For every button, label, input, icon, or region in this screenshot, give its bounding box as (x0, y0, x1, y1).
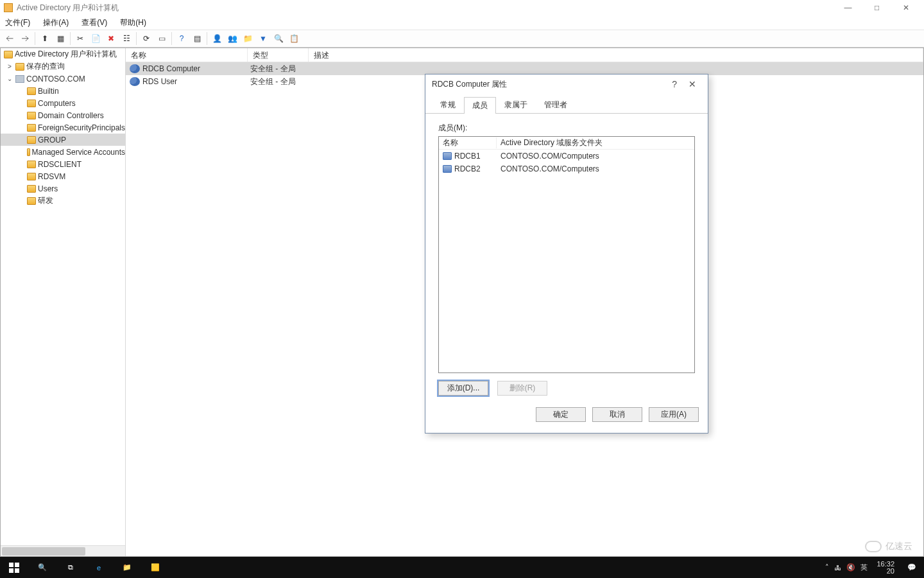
dialog-titlebar[interactable]: RDCB Computer 属性 ? ✕ (425, 74, 708, 94)
tree-item-computers[interactable]: Computers (1, 97, 125, 109)
folder-icon (27, 185, 36, 193)
copy-button[interactable]: 📄 (89, 31, 103, 46)
tree-label: 保存的查询 (26, 61, 65, 72)
menu-action[interactable]: 操作(A) (40, 16, 71, 30)
forward-button[interactable]: 🡢 (18, 31, 32, 46)
task-view-button[interactable]: ⧉ (56, 557, 85, 578)
tree-item-label: 研发 (38, 195, 53, 206)
show-hide-tree-button[interactable]: ▦ (53, 31, 67, 46)
new-ou-icon[interactable]: 📁 (241, 31, 255, 46)
minimize-button[interactable]: — (834, 0, 862, 15)
toolbar-icon[interactable]: ▤ (190, 31, 204, 46)
separator (207, 32, 207, 45)
menu-help[interactable]: 帮助(H) (117, 16, 149, 30)
tab-members[interactable]: 成员 (464, 97, 496, 114)
app-icon (4, 3, 13, 12)
refresh-button[interactable]: ⟳ (139, 31, 153, 46)
ime-indicator[interactable]: 英 (860, 563, 868, 572)
result-list: 名称 类型 描述 RDCB Computer安全组 - 全局RDS User安全… (126, 48, 923, 556)
window-title: Active Directory 用户和计算机 (17, 3, 119, 13)
start-button[interactable] (0, 557, 28, 578)
members-col-folder[interactable]: Active Directory 域服务文件夹 (497, 137, 694, 148)
members-button-row: 添加(D)... 删除(R) (438, 381, 695, 396)
row-name: RDCB Computer (142, 64, 200, 73)
tree-root-label: Active Directory 用户和计算机 (15, 49, 117, 60)
tab-managedby[interactable]: 管理者 (536, 96, 576, 113)
tree-saved-queries[interactable]: > 保存的查询 (1, 60, 125, 73)
delete-button[interactable]: ✖ (104, 31, 118, 46)
tray-volume-icon[interactable]: 🔇 (846, 563, 855, 572)
tree-item-foreignsecurityprincipals[interactable]: ForeignSecurityPrincipals (1, 121, 125, 134)
clock-year: 20 (887, 568, 894, 575)
tree-root[interactable]: Active Directory 用户和计算机 (1, 48, 125, 60)
taskbar-ie-icon[interactable]: e (85, 557, 113, 578)
properties-button[interactable]: ☷ (119, 31, 133, 46)
cut-button[interactable]: ✂ (73, 31, 87, 46)
notifications-button[interactable]: 💬 (903, 563, 920, 572)
tab-general[interactable]: 常规 (432, 96, 464, 113)
tab-memberof[interactable]: 隶属于 (496, 96, 536, 113)
tree-item-users[interactable]: Users (1, 182, 125, 195)
member-row[interactable]: RDCB2CONTOSO.COM/Computers (439, 162, 694, 175)
members-list[interactable]: 名称 Active Directory 域服务文件夹 RDCB1CONTOSO.… (438, 136, 695, 373)
close-button[interactable]: ✕ (891, 0, 920, 15)
expand-icon[interactable]: > (6, 63, 13, 70)
add-criteria-icon[interactable]: 📋 (287, 31, 301, 46)
folder-icon (27, 136, 36, 144)
separator (136, 32, 137, 45)
scope-tree[interactable]: Active Directory 用户和计算机 > 保存的查询 ⌄ CONTOS… (1, 48, 126, 556)
members-col-name[interactable]: 名称 (439, 137, 497, 148)
scrollbar-thumb[interactable] (2, 547, 85, 556)
list-row[interactable]: RDCB Computer安全组 - 全局 (126, 62, 923, 75)
collapse-icon[interactable]: ⌄ (6, 75, 13, 82)
remove-button: 删除(R) (497, 381, 547, 396)
tray-chevron-icon[interactable]: ˄ (825, 563, 829, 572)
col-desc[interactable]: 描述 (309, 48, 923, 62)
up-button[interactable]: ⬆ (38, 31, 52, 46)
taskbar-app-icon[interactable]: 🟨 (141, 557, 169, 578)
folder-icon (27, 173, 36, 180)
add-button[interactable]: 添加(D)... (438, 381, 488, 396)
export-button[interactable]: ▭ (155, 31, 169, 46)
apply-button[interactable]: 应用(A) (649, 407, 699, 422)
tree-item-group[interactable]: GROUP (1, 134, 125, 146)
tree-item-rdsvm[interactable]: RDSVM (1, 170, 125, 182)
tree-item-managed service accounts[interactable]: Managed Service Accounts (1, 146, 125, 158)
tree-item-label: RDSVM (38, 172, 65, 181)
help-button[interactable]: ? (175, 31, 189, 46)
clock-time: 16:32 (877, 561, 894, 568)
dialog-footer: 确定 取消 应用(A) (425, 402, 708, 433)
menu-view[interactable]: 查看(V) (79, 16, 110, 30)
tree-item-rdsclient[interactable]: RDSCLIENT (1, 158, 125, 170)
filter-icon[interactable]: ▼ (256, 31, 270, 46)
col-type[interactable]: 类型 (248, 48, 309, 62)
taskbar[interactable]: 🔍 ⧉ e 📁 🟨 ˄ 🖧 🔇 英 16:32 20 💬 (0, 557, 924, 578)
system-tray[interactable]: ˄ 🖧 🔇 英 16:32 20 💬 (825, 561, 924, 575)
tree-item-研发[interactable]: 研发 (1, 195, 125, 207)
tray-network-icon[interactable]: 🖧 (834, 564, 841, 572)
ok-button[interactable]: 确定 (536, 407, 586, 422)
back-button[interactable]: 🡠 (3, 31, 17, 46)
dialog-close-button[interactable]: ✕ (683, 79, 701, 89)
tree-domain[interactable]: ⌄ CONTOSO.COM (1, 73, 125, 85)
new-user-icon[interactable]: 👤 (210, 31, 224, 46)
find-icon[interactable]: 🔍 (271, 31, 286, 46)
menu-file[interactable]: 文件(F) (3, 16, 33, 30)
taskbar-clock[interactable]: 16:32 20 (873, 561, 898, 575)
tree-scrollbar[interactable] (1, 545, 125, 556)
new-group-icon[interactable]: 👥 (225, 31, 239, 46)
col-name[interactable]: 名称 (126, 48, 248, 62)
member-folder: CONTOSO.COM/Computers (497, 152, 694, 161)
maximize-button[interactable]: □ (862, 0, 891, 15)
folder-icon (15, 63, 24, 71)
cancel-button[interactable]: 取消 (592, 407, 642, 422)
tree-item-domain controllers[interactable]: Domain Controllers (1, 109, 125, 121)
dialog-help-button[interactable]: ? (665, 79, 683, 89)
tree-item-builtin[interactable]: Builtin (1, 85, 125, 97)
search-button[interactable]: 🔍 (28, 557, 56, 578)
member-row[interactable]: RDCB1CONTOSO.COM/Computers (439, 150, 694, 162)
list-body[interactable]: RDCB Computer安全组 - 全局RDS User安全组 - 全局 RD… (126, 62, 923, 556)
toolbar: 🡠 🡢 ⬆ ▦ ✂ 📄 ✖ ☷ ⟳ ▭ ? ▤ 👤 👥 📁 ▼ 🔍 📋 (0, 30, 924, 48)
members-label: 成员(M): (438, 123, 695, 134)
taskbar-explorer-icon[interactable]: 📁 (113, 557, 141, 578)
